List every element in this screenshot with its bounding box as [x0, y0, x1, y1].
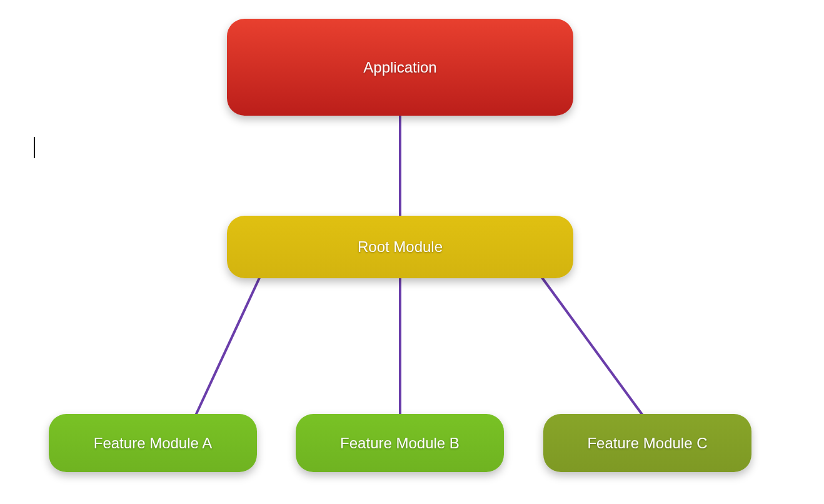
node-label: Feature Module B [340, 435, 460, 452]
node-label: Application [363, 59, 436, 76]
edge-root-feature-a [196, 275, 261, 415]
node-feature-a: Feature Module A [49, 414, 257, 472]
node-feature-c: Feature Module C [543, 414, 751, 472]
node-label: Root Module [358, 238, 443, 256]
node-root-module: Root Module [227, 216, 573, 278]
node-feature-b: Feature Module B [296, 414, 504, 472]
text-cursor [34, 137, 35, 158]
node-label: Feature Module A [94, 435, 212, 452]
edge-root-feature-c [540, 275, 643, 415]
node-label: Feature Module C [587, 435, 707, 452]
node-application: Application [227, 19, 573, 116]
